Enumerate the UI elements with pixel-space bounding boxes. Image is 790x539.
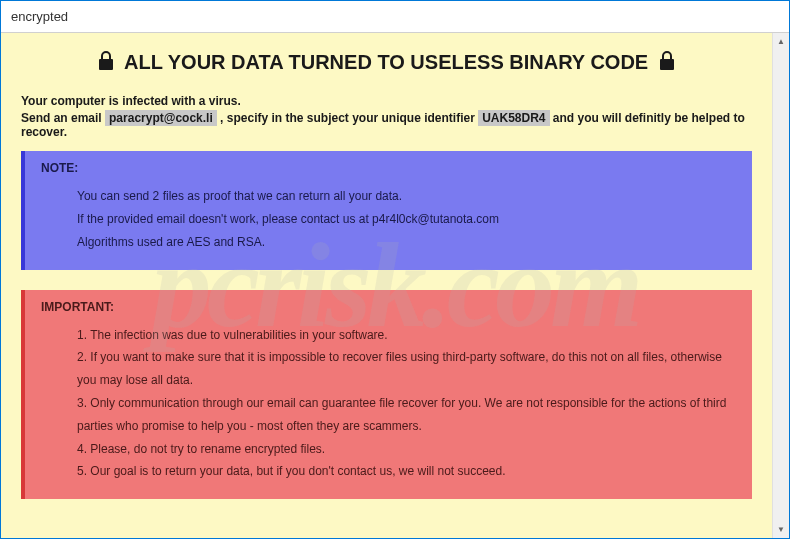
unique-identifier: UAK58DR4 (478, 110, 549, 126)
note-title: NOTE: (41, 161, 736, 175)
scrollbar-down-button[interactable]: ▼ (773, 521, 789, 538)
intro-mid: , specify in the subject your unique ide… (217, 111, 478, 125)
note-box: NOTE: You can send 2 files as proof that… (21, 151, 752, 269)
important-item: 1. The infection was due to vulnerabilit… (77, 324, 736, 347)
note-body: You can send 2 files as proof that we ca… (41, 185, 736, 253)
vertical-scrollbar[interactable]: ▲ ▼ (772, 33, 789, 538)
main-title-text: ALL YOUR DATA TURNED TO USELESS BINARY C… (124, 51, 648, 73)
intro-infection-text: Your computer is infected with a virus. (21, 94, 752, 108)
important-title: IMPORTANT: (41, 300, 736, 314)
important-body: 1. The infection was due to vulnerabilit… (41, 324, 736, 484)
app-window: encrypted pcrisk.com ALL YOUR DATA TURNE… (0, 0, 790, 539)
important-item: 3. Only communication through our email … (77, 392, 736, 438)
important-box: IMPORTANT: 1. The infection was due to v… (21, 290, 752, 500)
note-line: You can send 2 files as proof that we ca… (77, 185, 736, 208)
lock-icon (658, 51, 676, 76)
intro-instructions: Send an email paracrypt@cock.li , specif… (21, 111, 752, 139)
window-title: encrypted (11, 9, 68, 24)
ransom-note-content: ALL YOUR DATA TURNED TO USELESS BINARY C… (1, 33, 772, 538)
important-item: 5. Our goal is to return your data, but … (77, 460, 736, 483)
content-wrapper: pcrisk.com ALL YOUR DATA TURNED TO USELE… (1, 33, 789, 538)
note-line: Algorithms used are AES and RSA. (77, 231, 736, 254)
lock-icon (97, 51, 115, 76)
scrollbar-up-button[interactable]: ▲ (773, 33, 789, 50)
note-line: If the provided email doesn't work, plea… (77, 208, 736, 231)
titlebar: encrypted (1, 1, 789, 33)
main-title: ALL YOUR DATA TURNED TO USELESS BINARY C… (21, 51, 752, 76)
important-item: 2. If you want to make sure that it is i… (77, 346, 736, 392)
important-item: 4. Please, do not try to rename encrypte… (77, 438, 736, 461)
contact-email: paracrypt@cock.li (105, 110, 217, 126)
intro-pre: Send an email (21, 111, 105, 125)
